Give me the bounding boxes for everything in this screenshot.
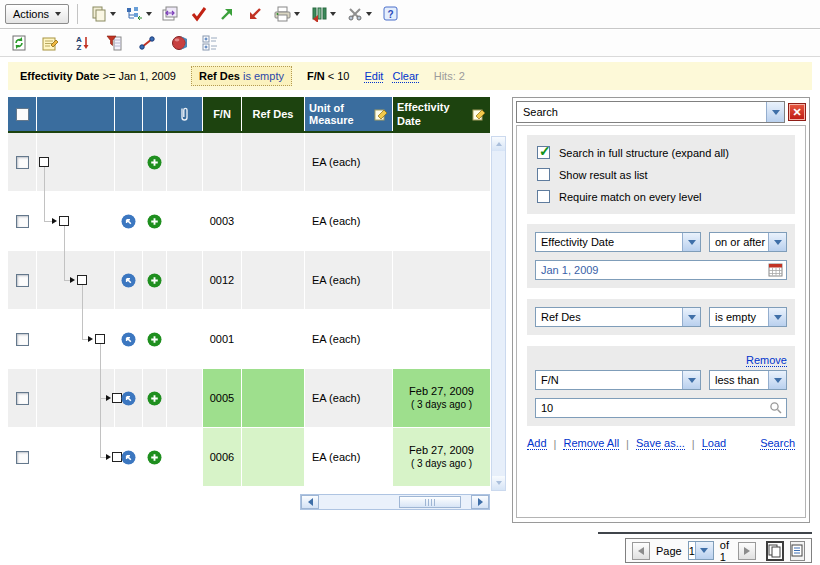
expand-arrow-icon[interactable] [52, 218, 57, 224]
chevron-down-icon[interactable] [695, 542, 713, 559]
checkin-button[interactable] [242, 4, 267, 24]
chevron-down-icon[interactable] [682, 371, 700, 389]
print-button[interactable] [270, 4, 303, 24]
close-panel-button[interactable]: ✕ [788, 103, 806, 121]
tools-button[interactable] [342, 4, 375, 24]
scroll-down-button[interactable] [492, 476, 505, 490]
fn-column-header[interactable]: F/N [203, 97, 242, 131]
column-filter-icon[interactable] [105, 33, 124, 53]
row-checkbox[interactable] [16, 392, 29, 405]
part-node-icon[interactable] [95, 334, 105, 344]
search-options-group: Search in full structure (expand all) Sh… [527, 135, 795, 214]
next-page-button[interactable] [738, 542, 756, 560]
page-select[interactable]: 1 [688, 541, 714, 560]
actions-button[interactable]: Actions [5, 4, 69, 24]
clear-filter-link[interactable]: Clear [392, 70, 418, 83]
scroll-left-button[interactable] [301, 495, 319, 509]
edit-pencil-icon[interactable] [374, 107, 388, 121]
structure-compare-button[interactable] [122, 4, 155, 24]
option-result-as-list[interactable]: Show result as list [537, 168, 785, 181]
criterion-value-input[interactable]: 10 [535, 398, 787, 418]
field-select[interactable]: Ref Des [535, 307, 701, 327]
expand-all-icon[interactable] [201, 33, 220, 53]
vertical-scrollbar[interactable] [491, 136, 506, 491]
checkout-button[interactable] [214, 4, 239, 24]
part-node-icon[interactable] [39, 157, 49, 167]
scroll-up-button[interactable] [492, 137, 505, 151]
option-full-structure[interactable]: Search in full structure (expand all) [537, 146, 785, 159]
select-all-checkbox[interactable] [16, 108, 29, 121]
operator-select[interactable]: less than [709, 370, 787, 390]
option-match-every-level[interactable]: Require match on every level [537, 190, 785, 203]
calendar-icon[interactable] [768, 263, 783, 277]
part-node-icon[interactable] [59, 216, 69, 226]
operator-select[interactable]: on or after [709, 232, 787, 252]
single-page-view-button[interactable] [790, 541, 805, 561]
expand-arrow-icon[interactable] [88, 336, 93, 342]
field-select[interactable]: F/N [535, 370, 701, 390]
chevron-down-icon[interactable] [682, 308, 700, 326]
swap-windows-button[interactable] [158, 4, 183, 24]
measure-icon[interactable] [137, 33, 156, 53]
match-every-level-checkbox[interactable] [537, 190, 550, 203]
field-select[interactable]: Effectivity Date [535, 232, 701, 252]
row-checkbox[interactable] [16, 274, 29, 287]
search-submit-link[interactable]: Search [760, 437, 795, 450]
chevron-down-icon[interactable] [768, 308, 786, 326]
edit-pencil-icon[interactable] [472, 107, 486, 121]
remove-criterion-link[interactable]: Remove [746, 354, 787, 367]
effectivity-column-header[interactable]: Effectivity Date [393, 97, 490, 131]
uom-cell: EA (each) [305, 251, 393, 309]
expand-arrow-icon[interactable] [70, 277, 75, 283]
add-criterion-link[interactable]: Add [527, 437, 547, 450]
operator-select[interactable]: is empty [709, 307, 787, 327]
save-as-link[interactable]: Save as... [636, 437, 685, 450]
export-table-button[interactable] [306, 4, 339, 24]
remove-all-link[interactable]: Remove All [563, 437, 619, 450]
sphere-view-icon[interactable] [169, 33, 188, 53]
refresh-icon[interactable] [9, 33, 28, 53]
sort-az-icon[interactable]: AZ [73, 33, 92, 53]
chevron-down-icon[interactable] [768, 371, 786, 389]
previous-page-button[interactable] [632, 542, 650, 560]
part-node-icon[interactable] [77, 275, 87, 285]
load-link[interactable]: Load [702, 437, 726, 450]
navigate-icon[interactable] [121, 273, 136, 288]
add-plus-icon[interactable] [147, 450, 162, 465]
panel-selector-dropdown-button[interactable] [766, 102, 784, 122]
refdes-column-header[interactable]: Ref Des [242, 97, 305, 131]
expand-arrow-icon[interactable] [106, 395, 111, 401]
panel-selector[interactable]: Search [516, 101, 785, 123]
row-checkbox[interactable] [16, 156, 29, 169]
horizontal-scrollbar[interactable] [300, 494, 490, 510]
multi-page-view-button[interactable] [766, 541, 784, 561]
chevron-down-icon[interactable] [768, 233, 786, 251]
expand-arrow-icon[interactable] [106, 454, 111, 460]
uom-cell: EA (each) [305, 428, 393, 486]
add-plus-icon[interactable] [147, 332, 162, 347]
navigate-icon[interactable] [121, 332, 136, 347]
help-button[interactable]: ? [378, 4, 403, 24]
edit-filter-link[interactable]: Edit [364, 70, 383, 83]
uom-column-header[interactable]: Unit of Measure [305, 97, 393, 131]
add-plus-icon[interactable] [147, 155, 162, 170]
chevron-down-icon[interactable] [682, 233, 700, 251]
navigate-icon[interactable] [121, 391, 136, 406]
validate-button[interactable] [186, 4, 211, 24]
scroll-right-button[interactable] [471, 495, 489, 509]
row-checkbox[interactable] [16, 451, 29, 464]
horizontal-scrollbar-thumb[interactable] [399, 496, 461, 508]
add-plus-icon[interactable] [147, 391, 162, 406]
copy-button[interactable] [86, 4, 119, 24]
full-structure-checkbox[interactable] [537, 146, 550, 159]
row-checkbox[interactable] [16, 333, 29, 346]
navigate-icon[interactable] [121, 214, 136, 229]
edit-note-icon[interactable] [41, 33, 60, 53]
date-value-input[interactable]: Jan 1, 2009 [535, 260, 787, 280]
navigate-icon[interactable] [121, 450, 136, 465]
row-checkbox[interactable] [16, 215, 29, 228]
add-plus-icon[interactable] [147, 214, 162, 229]
hits-count: Hits: 2 [434, 70, 465, 82]
add-plus-icon[interactable] [147, 273, 162, 288]
result-as-list-checkbox[interactable] [537, 168, 550, 181]
